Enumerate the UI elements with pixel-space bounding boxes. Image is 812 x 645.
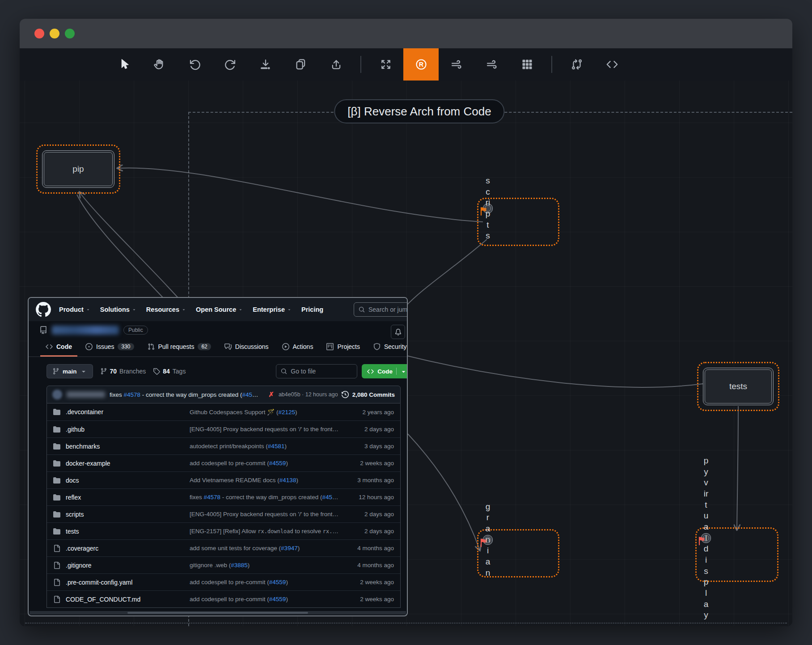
file-row[interactable]: tests[ENG-2157] [Refix] Allow rx.downloa… [47,522,400,539]
nav-pricing[interactable]: Pricing [301,306,323,313]
file-row[interactable]: docsAdd Vietnamese README docs (#4138)3 … [47,471,400,488]
file-row[interactable]: .gitignoregitignore .web (#3885)4 months… [47,556,400,573]
issue-link[interactable]: #4559 [269,596,286,603]
file-row[interactable]: benchmarksautodetect print/breakpoints (… [47,437,400,454]
tool-grid-view[interactable] [509,48,545,81]
commit-message[interactable]: add codespell to pre-commit (#4559) [190,579,339,586]
issue-link[interactable]: #4581 [268,443,285,450]
tab-discussions[interactable]: Discussions [219,336,274,356]
notifications-button[interactable] [391,325,405,339]
file-name-link[interactable]: benchmarks [66,443,184,450]
file-name-link[interactable]: tests [66,528,184,535]
tool-flow-2[interactable] [474,48,509,81]
commit-message[interactable]: add some unit tests for coverage (#3947) [190,545,339,552]
commit-message[interactable]: add codespell to pre-commit (#4559) [190,596,339,603]
tab-actions[interactable]: Actions [277,336,319,356]
file-row[interactable]: scripts[ENG-4005] Proxy backend requests… [47,505,400,522]
github-logo-icon[interactable] [36,302,51,317]
issue-link[interactable]: #4559 [269,579,286,586]
commit-message[interactable]: [ENG-4005] Proxy backend requests on '/'… [190,511,339,518]
issue-link[interactable]: #3885 [231,562,248,569]
issue-link[interactable]: #4587 [242,391,259,398]
issue-link[interactable]: #4578 [124,391,141,398]
file-row[interactable]: CODE_OF_CONDUCT.mdadd codespell to pre-c… [47,590,400,607]
close-window-button[interactable] [34,29,44,38]
file-name-link[interactable]: .coveragerc [66,545,184,552]
commit-message[interactable]: Github Codespaces Support 🪄 (#2125) [190,408,339,416]
tool-expand[interactable] [368,48,403,81]
file-name-link[interactable]: docker-example [66,460,184,467]
horizontal-scrollbar[interactable] [30,611,406,615]
branches-link[interactable]: 70 Branches [100,368,146,375]
node-pyvirtualdisplay[interactable]: pyvirtualdisplay [701,533,711,543]
go-to-file-input[interactable] [291,368,352,375]
nav-open-source[interactable]: Open Source [196,306,243,313]
go-to-file-field[interactable] [276,364,357,378]
tool-code-view[interactable] [594,48,630,81]
tool-pan[interactable] [142,48,177,81]
file-row[interactable]: .coveragercadd some unit tests for cover… [47,539,400,556]
commit-message[interactable]: Add Vietnamese README docs (#4138) [190,477,339,484]
tool-sync[interactable] [559,48,594,81]
zoom-window-button[interactable] [65,29,75,38]
commit-message[interactable]: [ENG-4005] Proxy backend requests on '/'… [190,426,339,433]
tool-upload[interactable] [318,48,354,81]
file-name-link[interactable]: reflex [66,494,184,501]
github-search-input[interactable]: Search or jump t [354,302,408,317]
nav-resources[interactable]: Resources [146,306,186,313]
tab-projects[interactable]: Projects [321,336,365,356]
commit-status-failed[interactable]: ✗ [268,390,274,399]
commit-author-redacted[interactable] [67,391,105,398]
issue-link[interactable]: #4138 [279,477,296,484]
commits-count[interactable]: 2,080 Commits [352,391,395,398]
commit-message[interactable]: gitignore .web (#3885) [190,562,339,569]
file-row[interactable]: reflexfixes #4578 - correct the way dim_… [47,488,400,505]
commit-message[interactable]: autodetect print/breakpoints (#4581) [190,443,339,450]
node-tests[interactable]: tests [703,368,774,405]
tool-reverse-arch[interactable]: R [403,48,439,81]
file-name-link[interactable]: .pre-commit-config.yaml [66,579,184,586]
code-download-button[interactable]: Code [362,364,408,378]
commit-message[interactable]: fixes #4578 - correct the way dim_props … [110,391,260,398]
node-granian[interactable]: granian [483,535,493,545]
commit-message[interactable]: [ENG-2157] [Refix] Allow rx.download to … [190,528,339,535]
issue-link[interactable]: #3947 [281,545,298,552]
tool-download[interactable] [248,48,283,81]
commit-sha-time[interactable]: ab4e05b · 12 hours ago [279,391,338,398]
tool-select[interactable] [106,48,142,81]
file-name-link[interactable]: .gitignore [66,562,184,569]
issue-link[interactable]: #2125 [278,409,295,416]
diagram-canvas[interactable]: pipscriptstestsgranianpyvirtualdisplay [… [20,81,792,626]
node-pip[interactable]: pip [42,150,114,188]
branch-selector[interactable]: main [47,364,93,378]
file-name-link[interactable]: docs [66,477,184,484]
issue-link[interactable]: #4587 [322,494,339,501]
scrollbar-thumb[interactable] [127,612,308,614]
nav-enterprise[interactable]: Enterprise [253,306,292,313]
file-name-link[interactable]: scripts [66,511,184,518]
tool-redo[interactable] [212,48,248,81]
commit-message[interactable]: fixes #4578 - correct the way dim_props … [190,494,339,501]
tab-issues[interactable]: Issues330 [80,336,140,356]
tab-pull-requests[interactable]: Pull requests62 [142,336,216,356]
tool-duplicate[interactable] [283,48,318,81]
avatar[interactable] [52,390,62,399]
nav-product[interactable]: Product [59,306,90,313]
file-name-link[interactable]: .devcontainer [66,408,184,416]
tags-link[interactable]: 84 Tags [153,368,186,375]
tab-security[interactable]: Security [368,336,408,356]
file-row[interactable]: .pre-commit-config.yamladd codespell to … [47,573,400,590]
tab-code[interactable]: Code [40,336,77,356]
node-scripts[interactable]: scripts [483,204,493,213]
minimize-window-button[interactable] [50,29,59,38]
tool-undo[interactable] [177,48,212,81]
repo-name-redacted[interactable] [52,326,119,335]
issue-link[interactable]: #4559 [269,460,286,467]
tool-flow-1[interactable] [439,48,474,81]
nav-solutions[interactable]: Solutions [100,306,136,313]
file-name-link[interactable]: CODE_OF_CONDUCT.md [66,596,184,603]
issue-link[interactable]: #4578 [204,494,221,501]
file-name-link[interactable]: .github [66,426,184,433]
file-row[interactable]: .github[ENG-4005] Proxy backend requests… [47,420,400,437]
file-row[interactable]: .devcontainerGithub Codespaces Support 🪄… [47,403,400,420]
